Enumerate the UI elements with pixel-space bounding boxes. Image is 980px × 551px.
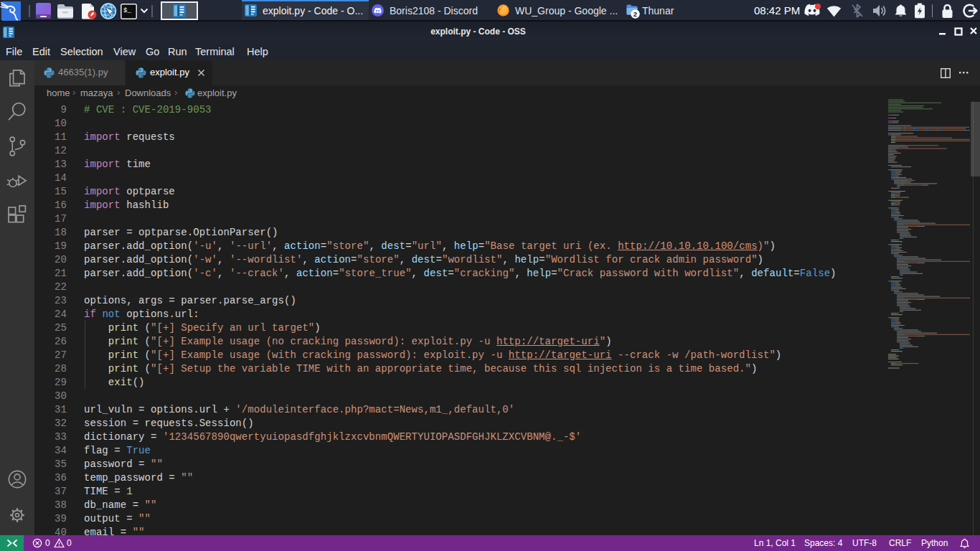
svg-text:$_: $_ [123, 7, 131, 14]
svg-text:2: 2 [633, 10, 637, 18]
